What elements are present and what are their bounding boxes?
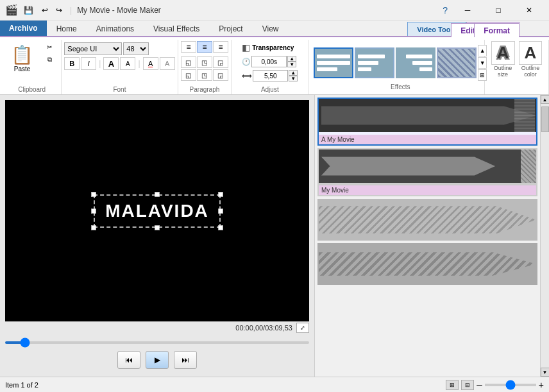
minimize-btn[interactable]: ─ [453, 0, 482, 21]
effects-label: Effects [312, 82, 488, 92]
pos-tc-btn[interactable]: ◳ [197, 56, 212, 68]
font-size-select[interactable]: 48 [123, 42, 149, 55]
pos-tl-btn[interactable]: ◱ [181, 56, 196, 68]
gallery-panel: A My Movie My Movie [314, 95, 540, 377]
outline-size-btn[interactable]: A Outline size [491, 41, 515, 78]
duration-icon: ⟺ [242, 72, 252, 80]
ribbon-content: 📋 Paste ✂ ⧉ Clipboard Se [0, 37, 549, 95]
group-effects: ▲ ▼ ⊞ Effects [308, 40, 485, 94]
time-down-btn[interactable]: ▼ [287, 62, 296, 67]
bold-btn[interactable]: B [64, 57, 80, 70]
tab-visual-effects[interactable]: Visual Effects [144, 21, 209, 36]
zoom-slider[interactable] [485, 384, 536, 386]
outline-label [489, 92, 545, 94]
duration-input[interactable] [253, 70, 288, 81]
tab-view[interactable]: View [253, 21, 289, 36]
tab-home[interactable]: Home [47, 21, 87, 36]
gallery-item-4[interactable] [317, 243, 537, 285]
canvas-text[interactable]: MALAVIDA [94, 194, 221, 228]
cut-btn[interactable]: ✂ [40, 41, 58, 53]
scroll-down-btn[interactable]: ▼ [541, 368, 550, 377]
align-left-btn[interactable]: ≡ [181, 41, 196, 53]
gallery-scrollbar[interactable]: ▲ ▼ [540, 95, 549, 377]
tab-project[interactable]: Project [209, 21, 252, 36]
tab-archivo[interactable]: Archivo [0, 21, 47, 36]
scroll-up-btn[interactable]: ▲ [541, 95, 550, 104]
pos-tr-btn[interactable]: ◲ [213, 56, 228, 68]
pos-ml-btn[interactable]: ◱ [181, 69, 196, 81]
outline-color-btn[interactable]: A Outline color [519, 41, 543, 78]
title-divider: | [70, 6, 72, 15]
maximize-btn[interactable]: □ [484, 0, 513, 21]
group-adjust: ◧ Transparency 🕐 ▲ ▼ ⟺ ▲ ▼ [232, 40, 308, 94]
paste-icon: 📋 [11, 44, 33, 65]
clipboard-label: Clipboard [6, 85, 57, 94]
effect-thumb-2[interactable] [355, 47, 394, 78]
help-icon[interactable]: ? [439, 5, 452, 15]
text-selection-container: MALAVIDA [94, 194, 221, 228]
status-item-info: Item 1 of 2 [5, 381, 38, 389]
font-divider: | [99, 59, 101, 68]
align-right-btn[interactable]: ≡ [213, 41, 228, 53]
effects-thumbnails: ▲ ▼ ⊞ [312, 44, 488, 82]
effect-thumb-3[interactable] [396, 47, 435, 78]
dur-down-btn[interactable]: ▼ [289, 76, 298, 81]
controls-row: ⏮ ▶ ⏭ [5, 348, 309, 371]
status-icon-1[interactable]: ⊞ [446, 380, 459, 390]
time-up-btn[interactable]: ▲ [287, 56, 296, 62]
scroll-thumb[interactable] [541, 107, 549, 132]
shrink-btn[interactable]: A [120, 57, 135, 70]
undo-btn[interactable]: ↩ [39, 4, 51, 16]
clipboard-buttons: 📋 Paste ✂ ⧉ [5, 41, 58, 85]
status-right: ⊞ ⊟ ─ + [446, 380, 544, 390]
grow-btn[interactable]: A [103, 57, 119, 70]
color-btn[interactable]: A [143, 57, 158, 70]
effect-thumb-1[interactable] [314, 47, 353, 78]
pos-mr-btn[interactable]: ◲ [213, 69, 228, 81]
italic-btn[interactable]: I [81, 57, 96, 70]
copy-btn[interactable]: ⧉ [40, 54, 58, 65]
seek-bar[interactable] [5, 341, 309, 344]
align-center-btn[interactable]: ≡ [197, 41, 212, 53]
time-display: 00:00,00/03:09,53 [235, 324, 292, 332]
pos-mc-btn[interactable]: ◳ [197, 69, 212, 81]
app-icon: 🎬 [5, 4, 18, 16]
para-buttons: ≡ ≡ ≡ ◱ ◳ ◲ ◱ ◳ ◲ [181, 41, 228, 81]
font-family-select[interactable]: Segoe UI [64, 42, 122, 55]
paragraph-label: Paragraph [182, 85, 228, 94]
tab-animations[interactable]: Animations [87, 21, 144, 36]
next-btn[interactable]: ⏭ [174, 351, 197, 369]
paste-btn[interactable]: 📋 Paste [5, 41, 39, 76]
effect-thumb-4[interactable] [437, 47, 477, 78]
transparency-label: Transparency [252, 44, 294, 51]
time-row: 00:00,00/03:09,53 ⤢ [5, 321, 309, 334]
group-clipboard: 📋 Paste ✂ ⧉ Clipboard [3, 40, 62, 94]
expand-btn[interactable]: ⤢ [296, 323, 309, 333]
dur-up-btn[interactable]: ▲ [289, 70, 298, 76]
window-title: My Movie - Movie Maker [77, 6, 161, 15]
quick-save[interactable]: 💾 [21, 4, 37, 17]
gallery-item-1[interactable]: A My Movie [317, 98, 537, 146]
zoom-out-btn[interactable]: ─ [477, 380, 482, 389]
preview-panel: MALAVIDA 00:00,00/03:09,53 ⤢ ⏮ ▶ ⏭ [0, 95, 314, 377]
redo-btn[interactable]: ↪ [53, 4, 65, 16]
clock-icon: 🕐 [242, 58, 251, 66]
gallery-item-2[interactable]: My Movie [317, 148, 537, 196]
play-btn[interactable]: ▶ [146, 351, 169, 369]
prev-btn[interactable]: ⏮ [117, 351, 140, 369]
adjust-label: Adjust [235, 85, 304, 94]
zoom-in-btn[interactable]: + [539, 380, 544, 390]
title-bar: 🎬 💾 ↩ ↪ | My Movie - Movie Maker ? ─ □ ✕ [0, 0, 549, 21]
ribbon-tabs-row: Archivo Home Animations Visual Effects P… [0, 21, 549, 37]
font-divider2: | [138, 59, 140, 68]
gallery-item-3[interactable] [317, 199, 537, 241]
group-paragraph: ≡ ≡ ≡ ◱ ◳ ◲ ◱ ◳ ◲ Paragraph [178, 40, 232, 94]
close-btn[interactable]: ✕ [514, 0, 544, 21]
title-bar-left: 🎬 💾 ↩ ↪ | My Movie - Movie Maker [5, 4, 161, 17]
tab-format[interactable]: Format [474, 23, 519, 38]
cut-copy-btns: ✂ ⧉ [40, 41, 58, 76]
group-outline: A Outline size A Outline color [485, 40, 549, 94]
status-icon-2[interactable]: ⊟ [461, 380, 474, 390]
clear-btn[interactable]: A [160, 57, 175, 70]
time-input[interactable] [251, 56, 287, 67]
